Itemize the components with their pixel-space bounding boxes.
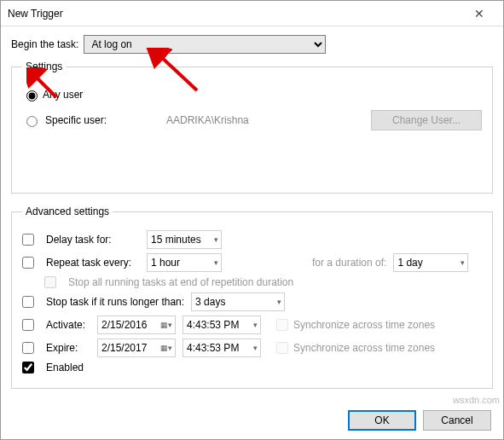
specific-user-value: AADRIKA\Krishna [166,114,249,126]
delay-combo[interactable]: 15 minutes▾ [147,230,222,249]
activate-row: Activate: 2/15/2016▦▾ 4:43:53 PM▾ Synchr… [22,316,482,334]
cancel-button[interactable]: Cancel [423,410,491,431]
window-title: New Trigger [8,8,462,20]
repeat-label: Repeat task every: [46,257,140,269]
watermark: wsxdn.com [453,395,500,405]
delay-checkbox[interactable] [22,234,34,246]
sync-expire: Synchronize across time zones [276,342,435,354]
sync-activate-checkbox [276,319,288,331]
specific-user-radio[interactable] [26,116,38,127]
begin-task-label: Begin the task: [11,38,78,50]
duration-label: for a duration of: [312,257,386,269]
dialog-body: Begin the task: At log on Settings Any u… [1,26,503,440]
enabled-label: Enabled [46,362,84,373]
begin-task-row: Begin the task: At log on [11,35,493,54]
any-user-radio[interactable] [26,90,38,101]
activate-time[interactable]: 4:43:53 PM▾ [182,316,261,334]
sync-expire-label: Synchronize across time zones [293,342,435,354]
duration-combo[interactable]: 1 day▾ [393,253,468,272]
expire-date[interactable]: 2/15/2017▦▾ [97,339,176,357]
settings-legend: Settings [22,61,66,72]
stop-all-checkbox [44,276,56,288]
enabled-row: Enabled [22,362,482,373]
advanced-group: Advanced settings Delay task for: 15 min… [11,206,493,389]
change-user-button[interactable]: Change User... [371,110,482,130]
delay-label: Delay task for: [46,234,140,246]
advanced-legend: Advanced settings [22,206,113,217]
specific-user-row: Specific user: AADRIKA\Krishna Change Us… [22,110,482,130]
repeat-row: Repeat task every: 1 hour▾ for a duratio… [22,253,482,272]
any-user-row: Any user [22,88,482,101]
stop-all-row: Stop all running tasks at end of repetit… [44,276,482,288]
stop-if-row: Stop task if it runs longer than: 3 days… [22,292,482,311]
stop-all-label: Stop all running tasks at end of repetit… [68,276,293,288]
close-icon[interactable]: ✕ [462,7,496,20]
repeat-combo[interactable]: 1 hour▾ [147,253,222,272]
delay-row: Delay task for: 15 minutes▾ [22,230,482,249]
enabled-checkbox[interactable] [22,362,34,373]
expire-checkbox[interactable] [22,342,34,354]
sync-activate: Synchronize across time zones [276,319,435,331]
settings-group: Settings Any user Specific user: AADRIKA… [11,61,493,194]
footer: OK Cancel [348,410,491,431]
specific-user-label: Specific user: [45,114,107,126]
stop-if-combo[interactable]: 3 days▾ [191,292,285,311]
expire-row: Expire: 2/15/2017▦▾ 4:43:53 PM▾ Synchron… [22,339,482,357]
ok-button[interactable]: OK [348,410,416,431]
titlebar: New Trigger ✕ [1,1,503,26]
stop-if-label: Stop task if it runs longer than: [46,296,184,308]
expire-time[interactable]: 4:43:53 PM▾ [182,339,261,357]
activate-checkbox[interactable] [22,319,34,331]
repeat-checkbox[interactable] [22,257,34,269]
stop-if-checkbox[interactable] [22,296,34,308]
begin-task-select[interactable]: At log on [84,35,326,54]
activate-label: Activate: [46,319,90,331]
expire-label: Expire: [46,342,90,354]
sync-expire-checkbox [276,342,288,354]
sync-activate-label: Synchronize across time zones [293,319,435,331]
activate-date[interactable]: 2/15/2016▦▾ [97,316,176,334]
any-user-label: Any user [43,89,83,101]
